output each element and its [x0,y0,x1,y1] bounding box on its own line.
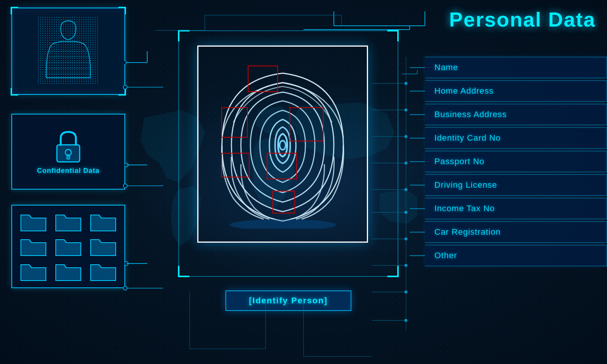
connector-lock [124,157,155,173]
frame-corner-bl [178,266,189,277]
data-item-driving-license: Driving License [425,174,607,196]
svg-point-9 [124,61,126,64]
data-item-identity-card: Identity Card No [425,127,607,149]
person-display-box [11,8,125,95]
data-item-other: Other [425,245,607,266]
lock-box-wrapper: Confidential Data [11,114,144,190]
files-display-box [11,205,125,288]
frame-corner-br [387,266,399,277]
scan-rect-6 [272,191,295,213]
person-silhouette-icon [38,17,99,85]
identify-label: [Identify Person] [225,290,351,311]
scan-rect-2 [221,107,248,138]
scan-rect-5 [267,153,297,179]
data-items-list: Name Home Address Business Address Ident… [425,57,607,266]
scan-rect-3 [289,107,324,141]
corner-tr [118,7,126,14]
center-panel: [Identify Person] [159,23,417,334]
data-item-business-address: Business Address [425,104,607,125]
folder-icon-3 [88,211,119,232]
folder-icon-5 [53,236,84,257]
folder-icon-1 [18,211,49,232]
data-item-name: Name [425,57,607,78]
folder-icon-4 [18,236,49,257]
folder-icon-8 [53,261,84,282]
folder-icon-2 [53,211,84,232]
right-panel: Personal Data Name Home Address Business… [417,0,607,364]
files-box-wrapper [11,205,144,288]
scan-rect-1 [248,66,278,92]
folder-icon-9 [88,261,119,282]
frame-corner-tl [178,30,189,41]
lock-display-box: Confidential Data [11,114,125,190]
corner-br [118,88,126,96]
svg-point-19 [230,219,336,229]
svg-point-18 [280,141,286,150]
corner-tl [11,7,18,14]
left-panel: Confidential Data [11,8,144,288]
data-item-passport: Passport No [425,151,607,172]
connector-files [124,256,155,271]
data-item-car-registration: Car Registration [425,221,607,243]
corner-bl [11,88,18,96]
scan-rect-4 [221,153,250,177]
title-connector-line [304,26,417,33]
svg-rect-12 [67,155,70,159]
data-item-home-address: Home Address [425,80,607,102]
confidential-label: Confidential Data [37,167,99,175]
personal-data-title: Personal Data [449,8,596,31]
folder-icon-7 [18,261,49,282]
lock-icon [51,129,85,163]
folder-icon-6 [88,236,119,257]
fingerprint-scan-box [197,46,368,243]
data-item-income-tax: Income Tax No [425,198,607,219]
